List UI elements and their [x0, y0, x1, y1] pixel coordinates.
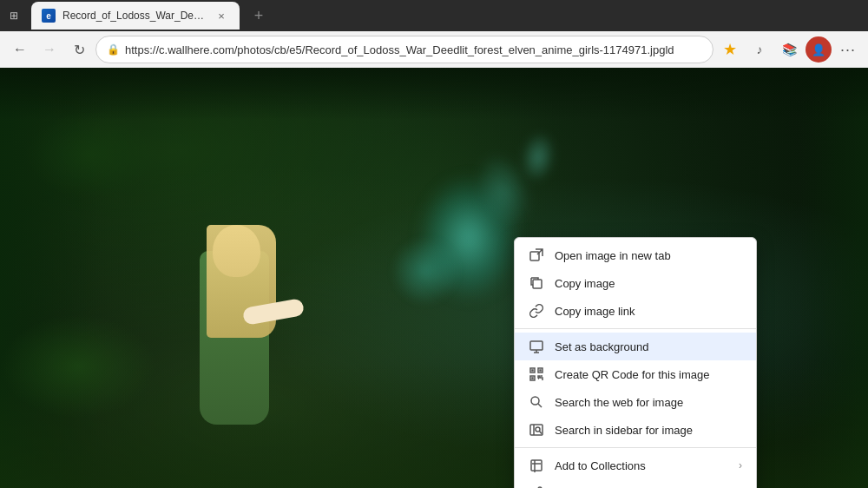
menu-icon-search [529, 394, 544, 410]
menu-label-open-new-tab: Open image in new tab [555, 249, 742, 262]
menu-label-search-sidebar: Search in sidebar for image [555, 424, 742, 437]
tab-close-button[interactable]: × [214, 8, 229, 23]
menu-label-search-web: Search the web for image [555, 396, 742, 409]
browser-frame: ⊞ e Record_of_Lodoss_War_Deedlit... × + … [0, 0, 868, 488]
svg-rect-7 [540, 370, 541, 371]
title-bar: ⊞ e Record_of_Lodoss_War_Deedlit... × + [0, 0, 868, 31]
menu-item-create-qr[interactable]: Create QR Code for this image [515, 360, 756, 388]
foliage-bottom-left [0, 314, 156, 419]
foliage-mid-left [26, 111, 156, 198]
menu-icon-sidebar [529, 422, 544, 438]
menu-icon-collections [529, 458, 544, 473]
menu-item-add-collections[interactable]: Add to Collections› [515, 452, 756, 479]
menu-item-open-new-tab[interactable]: Open image in new tab [515, 241, 756, 269]
svg-point-11 [536, 427, 540, 432]
forest-background: Open image in new tabCopy imageCopy imag… [0, 68, 868, 488]
menu-item-copy-image[interactable]: Copy image [515, 269, 756, 297]
menu-label-set-background: Set as background [555, 340, 742, 353]
menu-icon-background [529, 339, 544, 354]
menu-icon-copy [529, 275, 544, 291]
menu-label-create-qr: Create QR Code for this image [555, 368, 742, 381]
nav-bar: ← → ↻ 🔒 https://c.wallhere.com/photos/cb… [0, 31, 868, 68]
system-icon: ⊞ [7, 9, 21, 23]
menu-label-copy-image: Copy image [555, 277, 742, 290]
tab-favicon: e [42, 9, 56, 23]
browser-tab[interactable]: e Record_of_Lodoss_War_Deedlit... × [31, 2, 240, 30]
menu-item-copy-image-link[interactable]: Copy image link [515, 297, 756, 325]
menu-item-search-web[interactable]: Search the web for image [515, 388, 756, 416]
elf-character [174, 164, 347, 425]
lock-icon: 🔒 [107, 43, 120, 56]
svg-rect-1 [533, 280, 542, 288]
foliage-top [0, 68, 868, 120]
menu-item-share[interactable]: Share [515, 479, 756, 488]
new-tab-button[interactable]: + [247, 3, 271, 28]
svg-rect-2 [530, 341, 542, 350]
menu-item-set-background[interactable]: Set as background [515, 333, 756, 360]
menu-divider [515, 447, 756, 448]
back-button[interactable]: ← [7, 36, 33, 63]
refresh-button[interactable]: ↻ [66, 36, 92, 63]
context-menu: Open image in new tabCopy imageCopy imag… [514, 237, 757, 488]
more-options-button[interactable]: ··· [835, 36, 861, 63]
svg-rect-6 [532, 370, 533, 371]
bookmark-button[interactable]: ★ [717, 36, 743, 63]
menu-label-copy-image-link: Copy image link [555, 305, 742, 318]
menu-divider [515, 328, 756, 329]
profile-button[interactable]: 👤 [806, 36, 832, 63]
collections-button[interactable]: 📚 [776, 36, 802, 63]
menu-arrow-add-collections: › [739, 459, 742, 472]
forward-button[interactable]: → [36, 36, 62, 63]
menu-icon-qr [529, 366, 544, 382]
svg-point-9 [531, 397, 539, 405]
ambient-glow-1 [391, 236, 460, 306]
tab-title: Record_of_Lodoss_War_Deedlit... [62, 10, 207, 22]
menu-icon-link [529, 303, 544, 319]
page-content: Open image in new tabCopy imageCopy imag… [0, 68, 868, 488]
menu-item-search-sidebar[interactable]: Search in sidebar for image [515, 416, 756, 444]
url-text: https://c.wallhere.com/photos/cb/e5/Reco… [125, 43, 702, 56]
menu-icon-external [529, 247, 544, 263]
address-bar[interactable]: 🔒 https://c.wallhere.com/photos/cb/e5/Re… [95, 36, 713, 63]
read-aloud-button[interactable]: ♪ [746, 36, 773, 63]
svg-rect-8 [532, 378, 533, 379]
menu-label-add-collections: Add to Collections [555, 459, 728, 472]
nav-actions: ★ ♪ 📚 👤 ··· [717, 36, 861, 63]
